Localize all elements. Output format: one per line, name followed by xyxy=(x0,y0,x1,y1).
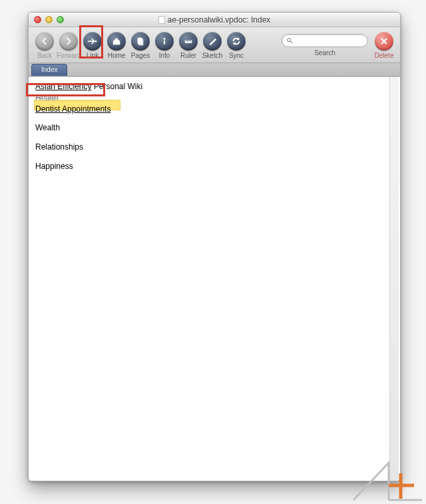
search-input[interactable] xyxy=(296,36,363,45)
tab-index[interactable]: Index xyxy=(31,64,67,76)
toolbar: Back Forward Link Home xyxy=(29,27,400,63)
sync-icon xyxy=(232,37,241,46)
svg-point-6 xyxy=(288,38,291,41)
home-icon xyxy=(112,37,121,46)
info-button[interactable]: Info xyxy=(152,31,176,59)
forward-button[interactable]: Forward xyxy=(57,31,81,59)
arrow-left-icon xyxy=(40,37,49,46)
ruler-icon xyxy=(184,37,193,46)
link-label: Link xyxy=(81,52,105,59)
delete-icon xyxy=(379,37,389,46)
svg-rect-4 xyxy=(164,41,165,45)
info-icon xyxy=(160,37,169,46)
sync-button[interactable]: Sync xyxy=(224,31,248,59)
ruler-button[interactable]: Ruler xyxy=(176,31,200,59)
sketch-button[interactable]: Sketch xyxy=(200,31,224,59)
pages-icon xyxy=(136,37,145,46)
delete-button[interactable]: Delete xyxy=(372,31,396,59)
tab-bar: Index xyxy=(29,63,400,76)
heading-line: Asian Efficiency Personal Wiki xyxy=(35,81,393,92)
search-box: Search xyxy=(282,34,368,57)
sync-label: Sync xyxy=(224,52,248,59)
section-happiness: Happiness xyxy=(35,161,393,172)
forward-label: Forward xyxy=(57,52,81,59)
svg-point-0 xyxy=(95,40,97,42)
document-content[interactable]: Asian Efficiency Personal Wiki Health De… xyxy=(29,76,400,481)
sketch-label: Sketch xyxy=(200,52,224,59)
ruler-label: Ruler xyxy=(176,52,200,59)
svg-point-3 xyxy=(164,38,166,40)
search-label: Search xyxy=(314,49,335,57)
wiki-title-rest: Personal Wiki xyxy=(92,82,143,91)
pages-button[interactable]: Pages xyxy=(128,31,152,59)
window-controls xyxy=(34,16,64,23)
wiki-title-link[interactable]: Asian Efficiency xyxy=(35,82,92,91)
window-title: ae-personalwiki.vpdoc: Index xyxy=(29,15,400,25)
minimize-icon[interactable] xyxy=(45,16,53,23)
zoom-icon[interactable] xyxy=(57,16,64,23)
back-label: Back xyxy=(33,52,57,59)
tab-label: Index xyxy=(41,66,57,73)
close-icon[interactable] xyxy=(34,16,41,23)
titlebar: ae-personalwiki.vpdoc: Index xyxy=(29,13,400,27)
line-dentist[interactable]: Dentist Appointments xyxy=(35,104,393,115)
home-button[interactable]: Home xyxy=(105,31,128,59)
window-title-text: ae-personalwiki.vpdoc: Index xyxy=(168,15,271,25)
search-icon xyxy=(286,37,293,45)
link-icon xyxy=(88,37,97,46)
link-button[interactable]: Link xyxy=(81,31,105,59)
arrow-right-icon xyxy=(64,37,73,46)
line-health: Health xyxy=(35,92,393,104)
back-button[interactable]: Back xyxy=(33,31,57,59)
section-wealth: Wealth xyxy=(35,122,393,134)
document-icon xyxy=(158,16,165,24)
info-label: Info xyxy=(152,52,176,59)
home-label: Home xyxy=(105,52,128,59)
pages-label: Pages xyxy=(128,52,152,59)
section-relationships: Relationships xyxy=(35,142,393,153)
svg-rect-2 xyxy=(138,39,143,46)
sketch-icon xyxy=(208,37,217,46)
app-window: ae-personalwiki.vpdoc: Index Back Forwar… xyxy=(28,12,401,481)
delete-label: Delete xyxy=(372,52,396,59)
